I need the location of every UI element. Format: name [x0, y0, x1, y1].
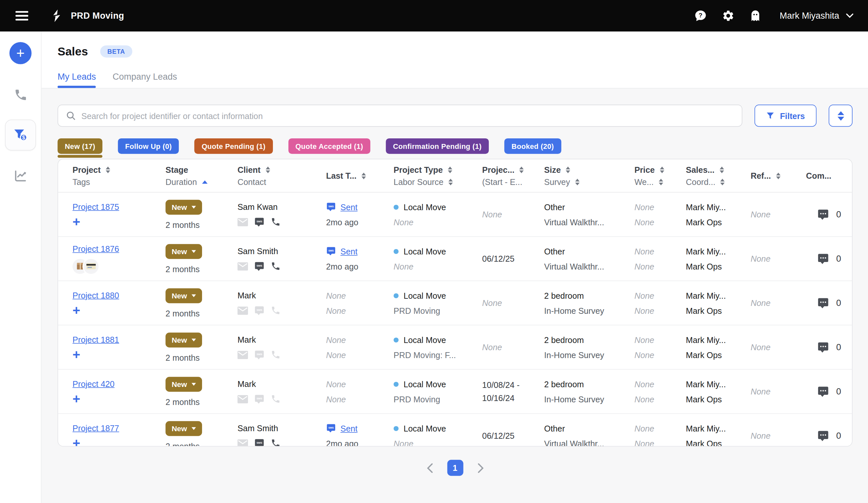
comments-icon[interactable]: [817, 208, 829, 220]
search-input[interactable]: [81, 111, 734, 120]
status-filter-pill[interactable]: Quote Accepted (1): [288, 138, 370, 154]
phone-nav-icon[interactable]: [13, 88, 27, 102]
last-touch-link[interactable]: None: [326, 291, 346, 300]
sort-icon[interactable]: [106, 166, 110, 173]
last-touch-link[interactable]: None: [326, 335, 346, 345]
user-menu[interactable]: Mark Miyashita: [780, 11, 854, 21]
add-new-button[interactable]: +: [10, 42, 32, 64]
salesperson: Mark Miy...: [686, 202, 745, 212]
email-icon[interactable]: [238, 350, 248, 359]
email-icon[interactable]: [238, 218, 248, 226]
status-filter-pill[interactable]: Booked (20): [504, 138, 561, 154]
sort-icon[interactable]: [265, 166, 270, 173]
column-header-project-tags[interactable]: Project Tags: [58, 159, 164, 192]
project-type: Local Move: [403, 247, 446, 256]
sort-icon[interactable]: [448, 166, 452, 173]
tab-my-leads[interactable]: My Leads: [58, 72, 96, 88]
project-type: Local Move: [403, 291, 446, 300]
project-link[interactable]: Project 1880: [72, 291, 164, 300]
sms-icon[interactable]: SMS: [254, 217, 265, 227]
last-touch-link[interactable]: Sent: [341, 202, 358, 212]
sort-icon[interactable]: [566, 166, 570, 173]
help-icon[interactable]: ?: [694, 10, 707, 22]
column-header-project-type[interactable]: Project Type Labor Source: [391, 159, 478, 192]
sort-icon[interactable]: [660, 166, 664, 173]
project-link[interactable]: Project 420: [72, 379, 164, 389]
sort-icon[interactable]: [362, 172, 366, 179]
sort-icon[interactable]: [720, 166, 724, 173]
previous-page-button[interactable]: [426, 463, 433, 473]
add-tag-button[interactable]: +: [72, 394, 84, 404]
sidebar-item-sales-leads[interactable]: $: [5, 120, 36, 151]
settings-gear-icon[interactable]: [722, 10, 735, 22]
status-filter-pill[interactable]: New (17): [58, 138, 103, 154]
phone-icon[interactable]: [271, 306, 280, 315]
sms-icon[interactable]: SMS: [254, 438, 265, 447]
sms-icon[interactable]: SMS: [254, 305, 265, 316]
comments-icon[interactable]: [817, 430, 829, 442]
tab-company-leads[interactable]: Company Leads: [113, 72, 177, 88]
project-link[interactable]: Project 1876: [72, 244, 164, 253]
status-filter-pill[interactable]: Confirmation Pending (1): [386, 138, 489, 154]
column-header-referral[interactable]: Ref...: [745, 159, 797, 192]
comments-icon[interactable]: [817, 385, 829, 397]
ghost-icon[interactable]: [750, 10, 761, 22]
sms-icon[interactable]: SMS: [254, 394, 265, 404]
sms-icon[interactable]: SMS: [254, 261, 265, 272]
stage-dropdown[interactable]: New: [166, 376, 202, 391]
email-icon[interactable]: [238, 395, 248, 403]
last-touch-link[interactable]: Sent: [341, 247, 358, 256]
stage-dropdown[interactable]: New: [166, 332, 202, 347]
phone-icon[interactable]: [271, 217, 280, 227]
stage-dropdown[interactable]: New: [166, 288, 202, 303]
add-tag-button[interactable]: +: [72, 217, 84, 227]
comments-icon[interactable]: [817, 252, 829, 265]
column-header-size-survey[interactable]: Size Survey: [540, 159, 629, 192]
last-touch-link[interactable]: Sent: [341, 424, 358, 433]
phone-icon[interactable]: [271, 438, 280, 447]
stage-dropdown[interactable]: New: [166, 199, 202, 214]
add-tag-button[interactable]: +: [72, 350, 84, 360]
status-filter-pill[interactable]: Quote Pending (1): [195, 138, 273, 154]
phone-icon[interactable]: [271, 261, 280, 271]
phone-icon[interactable]: [271, 350, 280, 360]
stage-dropdown[interactable]: New: [166, 244, 202, 259]
project-link[interactable]: Project 1877: [72, 423, 164, 433]
column-header-sales-coordinator[interactable]: Sales... Coord...: [680, 159, 745, 192]
page-number-button[interactable]: 1: [447, 460, 463, 476]
column-header-stage-duration[interactable]: Stage Duration: [164, 159, 238, 192]
sort-asc-icon[interactable]: [202, 180, 207, 183]
last-touch-time: None: [326, 306, 391, 315]
size: Other: [544, 424, 629, 433]
sort-icon[interactable]: [519, 166, 524, 173]
hamburger-menu-icon[interactable]: [16, 11, 28, 21]
comments-icon[interactable]: [817, 297, 829, 309]
stage-dropdown[interactable]: New: [166, 421, 202, 436]
email-icon[interactable]: [238, 439, 248, 447]
reports-chart-icon[interactable]: [13, 169, 28, 183]
column-header-last-touch[interactable]: Last T...: [319, 159, 391, 192]
sort-icon[interactable]: [575, 178, 580, 185]
filters-button[interactable]: Filters: [754, 105, 816, 127]
column-header-client-contact[interactable]: Client Contact: [238, 159, 319, 192]
project-link[interactable]: Project 1875: [72, 202, 164, 211]
sort-icon[interactable]: [448, 178, 453, 185]
client-name: Mark: [238, 379, 319, 388]
sort-icon[interactable]: [776, 172, 781, 179]
sms-icon[interactable]: SMS: [254, 349, 265, 360]
email-icon[interactable]: [238, 306, 248, 314]
comments-icon[interactable]: [817, 341, 829, 353]
sort-icon[interactable]: [659, 178, 663, 185]
last-touch-link[interactable]: None: [326, 379, 346, 389]
sort-icon[interactable]: [720, 178, 725, 185]
column-header-price-weight[interactable]: Price We...: [629, 159, 680, 192]
email-icon[interactable]: [238, 262, 248, 270]
add-tag-button[interactable]: +: [72, 306, 84, 315]
column-header-project-dates[interactable]: Projec... (Start - E...: [478, 159, 540, 192]
status-filter-pill[interactable]: Follow Up (0): [118, 138, 179, 154]
add-tag-button[interactable]: +: [72, 438, 84, 447]
next-page-button[interactable]: [477, 463, 484, 473]
sort-direction-button[interactable]: [829, 105, 852, 127]
project-link[interactable]: Project 1881: [72, 335, 164, 344]
phone-icon[interactable]: [271, 394, 280, 404]
